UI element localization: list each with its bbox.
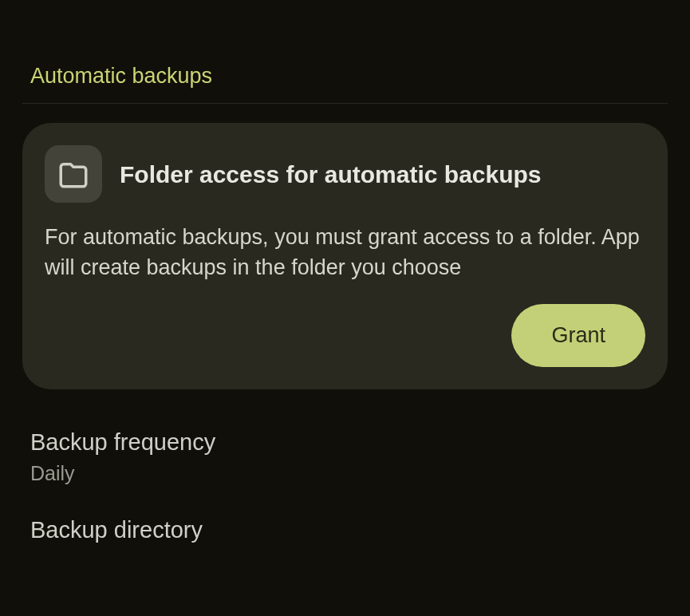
backup-frequency-label: Backup frequency [30,429,660,456]
card-actions: Grant [45,304,645,367]
card-title: Folder access for automatic backups [120,159,542,190]
settings-list: Backup frequency Daily Backup directory [0,389,690,543]
folder-access-card: Folder access for automatic backups For … [22,123,668,389]
backup-frequency-value: Daily [30,462,660,485]
folder-icon-box [45,145,102,203]
card-description: For automatic backups, you must grant ac… [45,222,645,283]
backup-frequency-row[interactable]: Backup frequency Daily [30,429,660,485]
divider [22,103,668,104]
backup-directory-label: Backup directory [30,517,660,543]
card-header: Folder access for automatic backups [45,145,645,203]
grant-button[interactable]: Grant [511,304,645,367]
backup-directory-row[interactable]: Backup directory [30,517,660,543]
folder-icon [57,157,90,191]
section-header: Automatic backups [0,0,212,103]
